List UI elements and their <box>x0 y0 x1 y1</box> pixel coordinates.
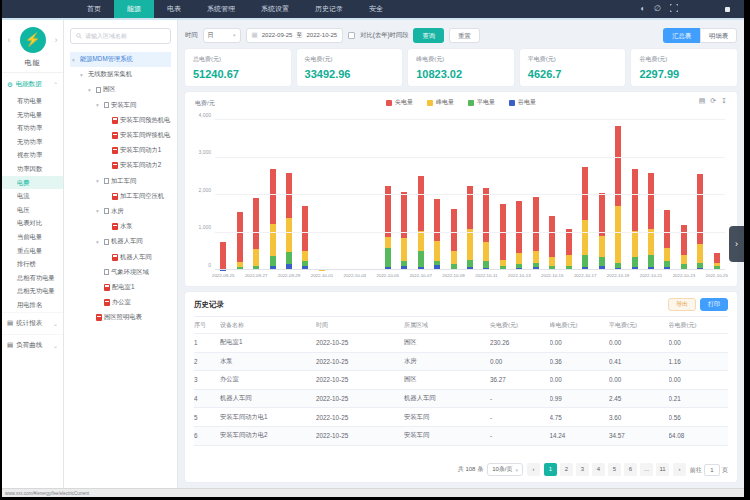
date-range-picker[interactable]: ▦ 2022-09-25 至 2022-10-25 <box>246 28 344 43</box>
tree-node[interactable]: ▾加工车间 <box>70 174 171 189</box>
bar-segment-峰电量 <box>270 224 276 256</box>
avatar[interactable] <box>725 7 730 12</box>
page-button-2[interactable]: 2 <box>560 463 573 476</box>
page-button-5[interactable]: 5 <box>608 463 621 476</box>
sidebar-item-有功功率[interactable]: 有功功率 <box>2 121 63 135</box>
table-row[interactable]: 2水泵2022-10-25水房0.000.360.411.16 <box>194 353 728 372</box>
nav-tab-首页[interactable]: 首页 <box>74 0 114 18</box>
goto-prefix: 前往 <box>690 467 702 473</box>
tree-node[interactable]: 气象环境区域 <box>70 265 171 280</box>
sidebar-item-用电排名[interactable]: 用电排名 <box>2 298 63 312</box>
tree-node[interactable]: ▾安装车间 <box>70 98 171 113</box>
sidebar-section-统计报表[interactable]: ▤统计报表⌄ <box>2 312 63 334</box>
tree-node[interactable]: ▾无线数据采集机 <box>70 67 171 82</box>
legend-item-谷电量[interactable]: 谷电量 <box>509 98 536 107</box>
sidebar-item-无功电量[interactable]: 无功电量 <box>2 108 63 122</box>
table-row[interactable]: 6安装车间动力电22022-10-25安装车间-14.2434.5764.08 <box>194 427 728 446</box>
period-select[interactable]: 日 ▾ <box>203 28 241 43</box>
sidebar-section-energy-data[interactable]: ⚙ 电能数据 ⌃ <box>2 73 63 94</box>
page-button-4[interactable]: 4 <box>592 463 605 476</box>
tree-node[interactable]: ▾能源MDM管理系统 <box>70 52 171 67</box>
table-row[interactable]: 4机器人车间2022-10-25机器人车间-0.992.450.21 <box>194 390 728 409</box>
x-axis-tick: 2022-09-27 <box>245 273 267 278</box>
page-button-3[interactable]: 3 <box>576 463 589 476</box>
bar-segment-尖电量 <box>418 176 424 230</box>
sidebar-item-当前电量[interactable]: 当前电量 <box>2 230 63 244</box>
table-row[interactable]: 1配电室12022-10-25园区230.260.000.000.00 <box>194 334 728 353</box>
table-cell: 2 <box>194 358 220 365</box>
page-button-6[interactable]: 6 <box>624 463 637 476</box>
stat-card: 平电费(元)4626.7 <box>520 49 626 86</box>
legend-item-峰电量[interactable]: 峰电量 <box>427 98 454 107</box>
tree-node[interactable]: 办公室 <box>70 295 171 310</box>
theme-icon[interactable]: ◐ <box>640 5 645 13</box>
nav-tab-电表[interactable]: 电表 <box>154 0 194 18</box>
bar-2022-09-30 <box>297 120 313 270</box>
table-row[interactable]: 5安装车间动力电12022-10-25安装车间-4.753.600.56 <box>194 408 728 427</box>
search-button[interactable]: 查询 <box>413 28 444 43</box>
fullscreen-icon[interactable] <box>670 4 678 14</box>
tree-node[interactable]: ▾园区 <box>70 82 171 97</box>
nav-tab-系统设置[interactable]: 系统设置 <box>248 0 302 18</box>
sidebar-item-有功电量[interactable]: 有功电量 <box>2 94 63 108</box>
summary-view-button[interactable]: 汇总表 <box>663 28 700 43</box>
tree-node[interactable]: 园区照明电表 <box>70 310 171 325</box>
page-button-1[interactable]: 1 <box>544 463 557 476</box>
tree-node[interactable]: ▾水房 <box>70 204 171 219</box>
carousel-next-button[interactable]: › <box>729 226 744 262</box>
language-icon[interactable]: ∅ <box>654 5 661 13</box>
sidebar-item-功率因数[interactable]: 功率因数 <box>2 162 63 176</box>
compare-checkbox[interactable] <box>348 32 355 39</box>
tree-node[interactable]: 加工车间空压机 <box>70 189 171 204</box>
sidebar-item-总相无功电量[interactable]: 总相无功电量 <box>2 284 63 298</box>
table-row[interactable]: 3办公室2022-10-25园区36.270.000.000.00 <box>194 371 728 390</box>
sidebar-item-电压[interactable]: 电压 <box>2 203 63 217</box>
caret-down-icon: ▾ <box>80 72 86 78</box>
sidebar-item-总相有功电量[interactable]: 总相有功电量 <box>2 271 63 285</box>
caret-down-icon: ▾ <box>96 102 102 108</box>
sidebar-section-负荷曲线[interactable]: ▤负荷曲线⌄ <box>2 334 63 356</box>
export-button[interactable]: 导出 <box>668 298 696 311</box>
bar-segment-峰电量 <box>664 248 670 261</box>
sidebar-item-电费[interactable]: 电费 <box>2 176 63 190</box>
sidebar-item-排行榜[interactable]: 排行榜 <box>2 257 63 271</box>
tree-node[interactable]: 机器人车间 <box>70 249 171 264</box>
stat-card-value: 10823.02 <box>416 68 506 80</box>
tree-node[interactable]: 安装车间焊接机电表 <box>70 128 171 143</box>
chart-type-icon[interactable]: ▤ <box>699 97 706 105</box>
sidebar-item-视在功率[interactable]: 视在功率 <box>2 148 63 162</box>
legend-item-平电量[interactable]: 平电量 <box>468 98 495 107</box>
nav-tab-安全[interactable]: 安全 <box>356 0 396 18</box>
print-button[interactable]: 打印 <box>700 298 728 311</box>
gridline <box>215 157 725 158</box>
sidebar-item-电流[interactable]: 电流 <box>2 189 63 203</box>
tree-node[interactable]: 安装车间动力2 <box>70 158 171 173</box>
next-page-button[interactable]: › <box>673 463 686 476</box>
sidebar-item-重点电量[interactable]: 重点电量 <box>2 244 63 258</box>
nav-tab-历史记录[interactable]: 历史记录 <box>302 0 356 18</box>
nav-tab-能源[interactable]: 能源 <box>114 0 154 18</box>
tree-search-input[interactable] <box>85 33 165 39</box>
tree-node[interactable]: 配电室1 <box>70 280 171 295</box>
nav-tab-系统管理[interactable]: 系统管理 <box>194 0 248 18</box>
tree-node[interactable]: 安装车间动力1 <box>70 143 171 158</box>
prev-page-button[interactable]: ‹ <box>527 463 540 476</box>
tree-node[interactable]: 安装车间预热机电表 <box>70 113 171 128</box>
reset-button[interactable]: 重置 <box>449 28 480 43</box>
detail-view-button[interactable]: 明细表 <box>700 28 737 43</box>
sidebar-item-无功功率[interactable]: 无功功率 <box>2 135 63 149</box>
page-size-select[interactable]: 10条/页 ▾ <box>487 463 523 476</box>
bar-2022-10-14 <box>528 120 544 270</box>
legend-item-尖电量[interactable]: 尖电量 <box>386 98 413 107</box>
tree-node[interactable]: ▾机器人车间 <box>70 234 171 249</box>
stat-card: 尖电费(元)33492.96 <box>297 49 403 86</box>
sidebar-item-电表对比[interactable]: 电表对比 <box>2 216 63 230</box>
module-prev-icon[interactable]: ‹ <box>5 35 13 45</box>
history-title: 历史记录 <box>194 300 224 310</box>
tree-node[interactable]: 水泵 <box>70 219 171 234</box>
module-next-icon[interactable]: › <box>52 35 60 45</box>
refresh-icon[interactable]: ⟳ <box>710 97 716 105</box>
download-icon[interactable]: ↧ <box>721 97 727 105</box>
goto-page-input[interactable] <box>704 464 720 476</box>
page-button-11[interactable]: 11 <box>656 463 669 476</box>
